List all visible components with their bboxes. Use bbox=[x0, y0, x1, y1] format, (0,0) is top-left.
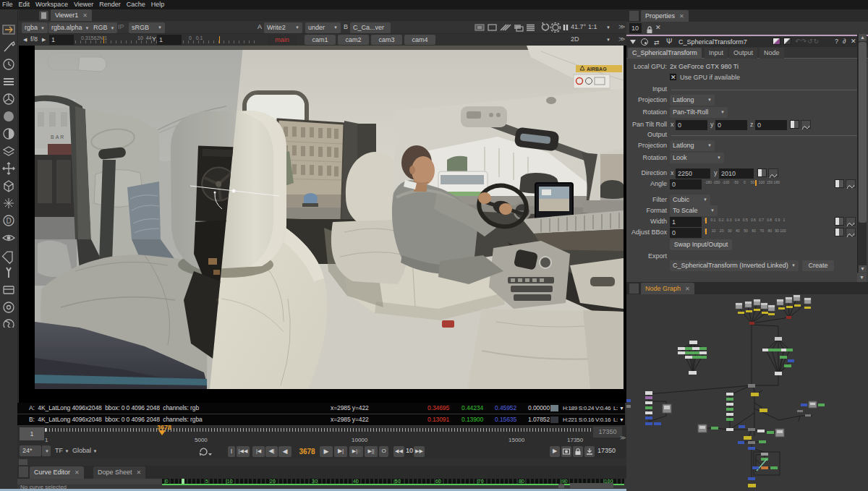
svg-text:AIRBAG: AIRBAG bbox=[587, 67, 607, 72]
svg-text:D: D bbox=[7, 217, 12, 225]
